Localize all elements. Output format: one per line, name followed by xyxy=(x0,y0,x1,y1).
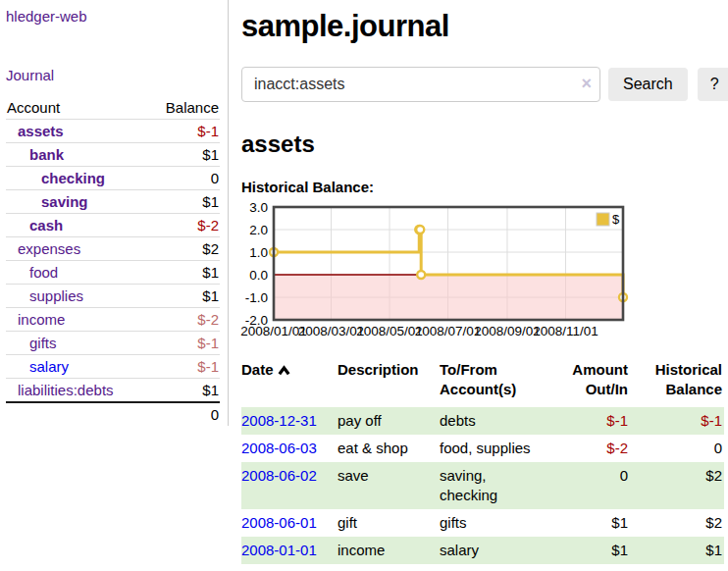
register-col-account: To/From Account(s) xyxy=(440,358,549,407)
transaction-amount: $1 xyxy=(549,537,630,564)
transaction-date-link[interactable]: 2008-01-01 xyxy=(241,542,317,558)
register-col-amount: Amount Out/In xyxy=(549,358,630,407)
help-button[interactable]: ? xyxy=(698,68,728,101)
accounts-total-row: 0 xyxy=(6,402,220,426)
transaction-date-link[interactable]: 2008-06-03 xyxy=(241,440,317,456)
page-title: sample.journal xyxy=(241,9,728,44)
account-balance: $-1 xyxy=(148,120,220,143)
account-link-income[interactable]: income xyxy=(18,311,65,328)
transaction-description: pay off xyxy=(338,407,440,435)
sidebar-item-journal[interactable]: Journal xyxy=(6,67,54,83)
transaction-description: save xyxy=(338,462,440,509)
account-link-saving[interactable]: saving xyxy=(41,193,88,210)
account-balance: $1 xyxy=(148,261,220,285)
transaction-accounts: saving, checking xyxy=(440,462,549,509)
main-content: sample.journal × Search ? assets Histori… xyxy=(229,0,728,564)
account-row: supplies $1 xyxy=(6,285,220,308)
account-balance: $1 xyxy=(148,190,220,214)
svg-text:2008/11/01: 2008/11/01 xyxy=(533,324,598,338)
register-row: 2008-06-01 gift gifts $1 $2 xyxy=(241,509,724,537)
sort-ascending-icon xyxy=(278,361,290,381)
svg-text:2008/09/01: 2008/09/01 xyxy=(474,324,541,338)
account-balance: $-2 xyxy=(148,214,220,237)
register-row: 2008-12-31 pay off debts $-1 $-1 xyxy=(241,407,724,435)
transaction-accounts: salary xyxy=(440,537,549,564)
register-col-description: Description xyxy=(338,358,440,407)
register-col-balance: Historical Balance xyxy=(630,358,724,407)
account-row: bank $1 xyxy=(6,143,220,167)
account-link-assets[interactable]: assets xyxy=(18,123,64,139)
account-balance: 0 xyxy=(148,167,220,190)
register-header-row: Date Description To/From Account(s) Amou… xyxy=(241,358,724,407)
transaction-balance: $1 xyxy=(630,537,724,564)
transaction-amount: 0 xyxy=(549,462,630,509)
account-row: saving $1 xyxy=(6,190,220,214)
transaction-accounts: debts xyxy=(440,407,549,435)
transaction-accounts: food, supplies xyxy=(440,435,549,462)
sidebar: hledger-web Journal Account Balance asse… xyxy=(0,0,229,426)
account-row: cash $-2 xyxy=(6,214,220,237)
account-row: gifts $-1 xyxy=(6,332,220,355)
register-col-amount-line2: Out/In xyxy=(586,381,628,397)
section-title: assets xyxy=(241,130,728,158)
account-link-gifts[interactable]: gifts xyxy=(29,335,57,351)
account-balance: $-1 xyxy=(148,332,220,355)
clear-search-icon[interactable]: × xyxy=(581,74,592,93)
svg-text:2008/07/01: 2008/07/01 xyxy=(415,324,482,338)
account-row: salary $-1 xyxy=(6,355,220,379)
register-col-date-label: Date xyxy=(241,361,274,378)
account-link-expenses[interactable]: expenses xyxy=(18,240,80,257)
account-row: liabilities:debts $1 xyxy=(6,379,220,403)
svg-text:2008/01/01: 2008/01/01 xyxy=(240,324,307,338)
account-balance: $-1 xyxy=(148,355,220,379)
transaction-amount: $1 xyxy=(549,509,630,537)
transaction-description: eat & shop xyxy=(338,435,440,462)
accounts-col-account: Account xyxy=(6,96,148,120)
transaction-date-link[interactable]: 2008-06-02 xyxy=(241,467,317,484)
accounts-total-balance: 0 xyxy=(148,402,220,426)
transaction-accounts: gifts xyxy=(440,509,549,537)
transaction-date-link[interactable]: 2008-12-31 xyxy=(241,412,317,429)
account-balance: $2 xyxy=(148,237,220,261)
transaction-balance: 0 xyxy=(630,435,724,462)
app-title-link[interactable]: hledger-web xyxy=(6,8,87,25)
accounts-header-row: Account Balance xyxy=(6,96,220,120)
account-link-cash[interactable]: cash xyxy=(29,217,63,234)
register-col-date[interactable]: Date xyxy=(241,358,338,407)
account-row: income $-2 xyxy=(6,308,220,332)
register-col-balance-line1: Historical xyxy=(655,361,722,378)
account-link-supplies[interactable]: supplies xyxy=(29,287,83,304)
search-input-wrap: × xyxy=(241,67,600,102)
account-link-liabilities-debts[interactable]: liabilities:debts xyxy=(18,382,114,398)
transaction-balance: $2 xyxy=(630,462,724,509)
register-row: 2008-06-02 save saving, checking 0 $2 xyxy=(241,462,724,509)
account-balance: $1 xyxy=(148,285,220,308)
search-button[interactable]: Search xyxy=(608,68,688,101)
svg-text:2.0: 2.0 xyxy=(249,223,268,237)
account-link-checking[interactable]: checking xyxy=(41,170,105,186)
svg-text:-1.0: -1.0 xyxy=(245,290,268,305)
search-form: × Search ? xyxy=(241,67,728,102)
account-row: assets $-1 xyxy=(6,120,220,143)
svg-text:2008/05/01: 2008/05/01 xyxy=(356,324,423,338)
account-link-salary[interactable]: salary xyxy=(29,358,69,375)
account-row: food $1 xyxy=(6,261,220,285)
account-link-bank[interactable]: bank xyxy=(29,146,64,163)
account-row: checking 0 xyxy=(6,167,220,190)
register-col-amount-line1: Amount xyxy=(572,361,628,378)
transaction-amount: $-2 xyxy=(549,435,630,462)
historical-balance-chart: $3.02.01.00.0-1.0-2.02008/01/012008/03/0… xyxy=(241,202,728,343)
transaction-amount: $-1 xyxy=(549,407,630,435)
account-balance: $1 xyxy=(148,143,220,167)
transaction-description: income xyxy=(338,537,440,564)
search-input[interactable] xyxy=(241,67,600,102)
chart-canvas: $3.02.01.00.0-1.0-2.02008/01/012008/03/0… xyxy=(241,202,632,343)
account-balance: $1 xyxy=(148,379,220,403)
svg-text:$: $ xyxy=(612,212,620,227)
register-col-account-line1: To/From xyxy=(440,361,497,378)
register-row: 2008-06-03 eat & shop food, supplies $-2… xyxy=(241,435,724,462)
accounts-col-balance: Balance xyxy=(148,96,220,120)
transaction-balance: $-1 xyxy=(630,407,724,435)
account-link-food[interactable]: food xyxy=(29,264,58,281)
transaction-date-link[interactable]: 2008-06-01 xyxy=(241,514,317,531)
